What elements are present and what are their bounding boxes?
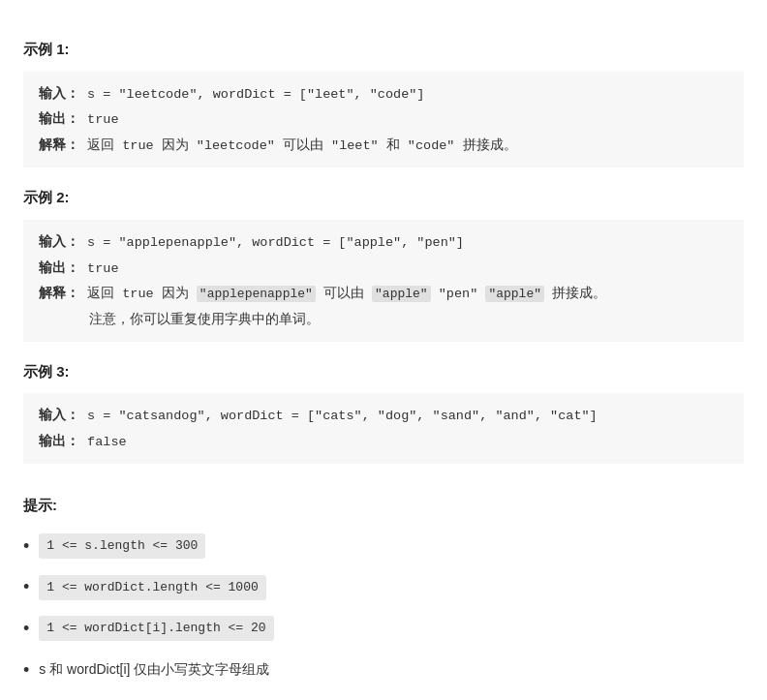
example-1-input: s = "leetcode", wordDict = ["leet", "cod… — [87, 87, 424, 102]
example-2-section: 示例 2: 输入： s = "applepenapple", wordDict … — [23, 185, 744, 341]
hint-text-4: s 和 wordDict[i] 仅由小写英文字母组成 — [39, 658, 269, 682]
example-3-block: 输入： s = "catsandog", wordDict = ["cats",… — [23, 393, 744, 464]
example-3-input: s = "catsandog", wordDict = ["cats", "do… — [87, 409, 598, 423]
hints-list: • 1 <= s.length <= 300 • 1 <= wordDict.l… — [23, 532, 744, 700]
example-2-input: s = "applepenapple", wordDict = ["apple"… — [87, 235, 464, 250]
example-2-explanation-part3: "pen" — [431, 287, 486, 301]
hint-item-3: • 1 <= wordDict[i].length <= 20 — [23, 614, 744, 644]
example-1-block: 输入： s = "leetcode", wordDict = ["leet", … — [23, 72, 744, 168]
example-2-highlight-1: "applepenapple" — [197, 286, 316, 302]
bullet-4: • — [23, 655, 29, 685]
example-3-output-row: 输出： false — [39, 429, 728, 455]
example-1-title: 示例 1: — [23, 37, 744, 62]
example-2-output: true — [87, 261, 118, 276]
input-label-3: 输入： — [39, 408, 79, 422]
example-3-title: 示例 3: — [23, 359, 744, 384]
hint-item-4: • s 和 wordDict[i] 仅由小写英文字母组成 — [23, 655, 744, 685]
hint-code-1: 1 <= s.length <= 300 — [39, 533, 205, 559]
bullet-3: • — [23, 614, 29, 644]
example-2-highlight-3: "apple" — [485, 286, 544, 302]
example-2-input-row: 输入： s = "applepenapple", wordDict = ["ap… — [39, 229, 728, 256]
explanation-label-2: 解释： — [39, 286, 79, 300]
example-3-section: 示例 3: 输入： s = "catsandog", wordDict = ["… — [23, 359, 744, 465]
hint-item-5: • wordDict 中的所有字符串 互不相同 — [23, 696, 744, 700]
example-1-explanation: 返回 true 因为 "leetcode" 可以由 "leet" 和 "code… — [87, 138, 516, 153]
input-label-2: 输入： — [39, 234, 79, 249]
example-1-section: 示例 1: 输入： s = "leetcode", wordDict = ["l… — [23, 37, 744, 167]
hint-item-2: • 1 <= wordDict.length <= 1000 — [23, 572, 744, 602]
example-2-note-text: 注意，你可以重复使用字典中的单词。 — [89, 312, 320, 326]
bullet-1: • — [23, 532, 29, 562]
example-1-explanation-row: 解释： 返回 true 因为 "leetcode" 可以由 "leet" 和 "… — [39, 133, 728, 159]
example-2-explanation-part4: 拼接成。 — [544, 287, 606, 301]
output-label-3: 输出： — [39, 434, 79, 448]
example-2-explanation-part1: 返回 true 因为 — [87, 287, 197, 301]
hints-section: 提示: • 1 <= s.length <= 300 • 1 <= wordDi… — [23, 493, 744, 700]
example-2-explanation-row: 解释： 返回 true 因为 "applepenapple" 可以由 "appl… — [39, 281, 728, 307]
hint-code-3: 1 <= wordDict[i].length <= 20 — [39, 616, 273, 641]
explanation-label-1: 解释： — [39, 137, 79, 152]
example-2-block: 输入： s = "applepenapple", wordDict = ["ap… — [23, 220, 744, 342]
output-label-2: 输出： — [39, 260, 79, 275]
example-2-note: 注意，你可以重复使用字典中的单词。 — [89, 307, 728, 332]
example-1-input-row: 输入： s = "leetcode", wordDict = ["leet", … — [39, 81, 728, 107]
hints-title: 提示: — [23, 493, 744, 518]
example-3-output: false — [87, 435, 127, 449]
output-label-1: 输出： — [39, 111, 79, 126]
example-2-explanation-part2: 可以由 — [316, 287, 372, 301]
example-1-output: true — [87, 112, 118, 127]
example-2-highlight-2: "apple" — [372, 286, 431, 302]
bullet-2: • — [23, 572, 29, 602]
example-2-title: 示例 2: — [23, 185, 744, 210]
input-label-1: 输入： — [39, 86, 79, 101]
bullet-5: • — [23, 696, 29, 700]
example-1-output-row: 输出： true — [39, 107, 728, 133]
example-2-output-row: 输出： true — [39, 256, 728, 282]
hint-item-1: • 1 <= s.length <= 300 — [23, 532, 744, 562]
example-3-input-row: 输入： s = "catsandog", wordDict = ["cats",… — [39, 403, 728, 429]
hint-code-2: 1 <= wordDict.length <= 1000 — [39, 575, 265, 600]
